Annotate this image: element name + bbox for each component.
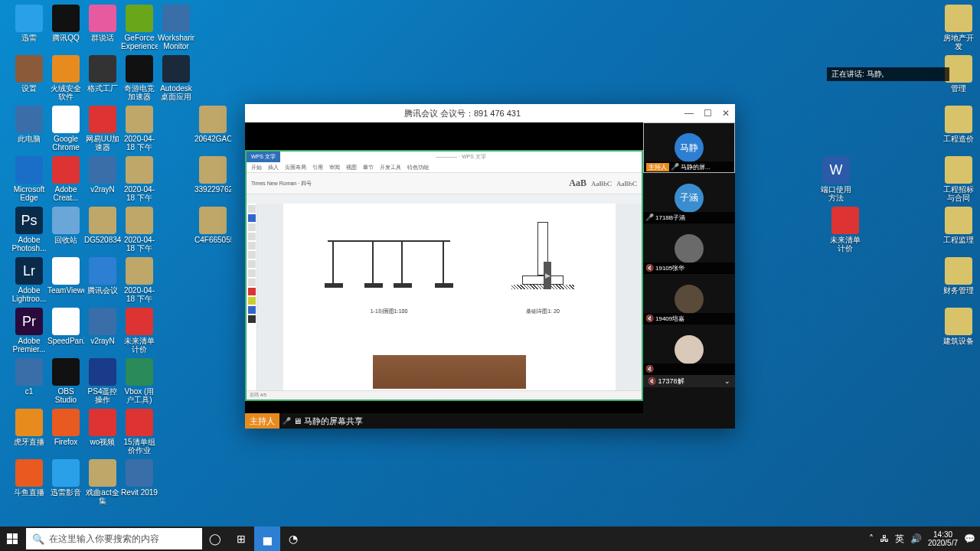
- desktop-icon[interactable]: 工程监理: [940, 207, 977, 244]
- desktop-icon[interactable]: Firefox: [47, 409, 84, 446]
- desktop-icon[interactable]: 2020-04-18 下午6_46...: [121, 156, 158, 202]
- desktop-icon[interactable]: Adobe Creat...: [47, 156, 84, 202]
- desktop-icon[interactable]: OBS Studio: [47, 358, 84, 404]
- desktop-icon[interactable]: 15清单组价作业: [121, 409, 158, 455]
- system-tray[interactable]: ˄ 🖧 英 🔊 14:30 2020/5/7 💬: [864, 530, 980, 547]
- tray-network-icon[interactable]: 🖧: [880, 533, 889, 544]
- desktop-icon[interactable]: c1: [11, 358, 47, 396]
- participant-item[interactable]: 子涵🎤1718B子涵: [643, 173, 735, 223]
- wps-doc-title: ———— · WPS 文字: [280, 153, 642, 161]
- desktop-icon[interactable]: PS4遥控操作: [84, 358, 121, 404]
- desktop-icon[interactable]: Worksharing Monitor fo...: [158, 5, 194, 51]
- desktop-icon[interactable]: Autodesk 桌面应用程序: [158, 55, 194, 101]
- app-icon: [52, 156, 80, 184]
- taskbar-clock[interactable]: 14:30 2020/5/7: [928, 530, 958, 547]
- desktop-icon[interactable]: 回收站: [47, 207, 84, 244]
- participant-item[interactable]: 🔇: [643, 324, 735, 375]
- desktop-icon[interactable]: Microsoft Edge: [11, 156, 47, 202]
- desktop-icon-label: 斗鱼直播: [11, 488, 47, 497]
- desktop-icon[interactable]: 20642GAC...: [194, 106, 231, 143]
- desktop-icon[interactable]: 格式工厂: [84, 55, 121, 93]
- app-icon: [15, 5, 43, 32]
- desktop-icon[interactable]: Google Chrome: [47, 106, 84, 152]
- desktop-icon[interactable]: wo视频: [84, 409, 121, 446]
- desktop-icon[interactable]: Revit 2019: [121, 459, 158, 497]
- desktop-icon[interactable]: 2020-04-18 下午6_45...: [121, 106, 158, 152]
- desktop-icon-label: 管理: [940, 84, 977, 93]
- taskbar: 🔍 在这里输入你要搜索的内容 ◯ ⊞ ▅ ◔ ˄ 🖧 英 🔊 14:30 202…: [0, 527, 980, 551]
- tray-volume-icon[interactable]: 🔊: [910, 533, 922, 544]
- desktop-icon[interactable]: DG520834...: [84, 207, 121, 244]
- participant-name-bar: 主持人🎤马静的屏...: [644, 161, 734, 172]
- desktop-icon[interactable]: 火绒安全软件: [47, 55, 84, 101]
- tray-notifications-icon[interactable]: 💬: [964, 533, 975, 544]
- desktop-icon-label: 未来清单计价: [121, 337, 158, 354]
- tray-chevron-icon[interactable]: ˄: [869, 533, 874, 544]
- desktop-icon[interactable]: 未来清单计价V6.2.8.202...: [827, 207, 864, 253]
- taskbar-search[interactable]: 🔍 在这里输入你要搜索的内容: [26, 528, 202, 549]
- desktop-icon[interactable]: TeamViewer: [47, 257, 84, 295]
- desktop-icon[interactable]: 戏曲act全集: [84, 459, 121, 505]
- desktop-icon[interactable]: v2rayN: [84, 156, 121, 194]
- maximize-button[interactable]: ☐: [698, 104, 717, 122]
- app-icon: [162, 5, 190, 32]
- desktop-icon[interactable]: PrAdobe Premier...: [11, 308, 47, 354]
- taskbar-app-meeting[interactable]: ▅: [254, 527, 280, 551]
- task-view-button[interactable]: ⊞: [228, 527, 254, 551]
- app-icon: [15, 459, 43, 487]
- desktop-icon[interactable]: 财务管理: [940, 257, 977, 295]
- minimize-button[interactable]: —: [680, 104, 698, 122]
- taskbar-app-obs[interactable]: ◔: [280, 527, 306, 551]
- desktop-icon-label: 迅雷: [11, 34, 47, 42]
- desktop-icon-label: 腾讯会议: [84, 286, 121, 295]
- meeting-titlebar[interactable]: 腾讯会议 会议号：891 476 431 — ☐ ✕: [245, 104, 735, 122]
- close-button[interactable]: ✕: [717, 104, 735, 122]
- desktop-icon[interactable]: W端口使用方法: [818, 156, 854, 202]
- desktop-icon[interactable]: 2020-04-18 下午6_46...: [121, 207, 158, 253]
- desktop-icon[interactable]: 腾讯QQ: [47, 5, 84, 42]
- cortana-button[interactable]: ◯: [202, 527, 228, 551]
- desktop-icon-label: TeamViewer: [47, 286, 84, 295]
- desktop-icon-label: 15清单组价作业: [121, 438, 158, 455]
- foundation-detail: [501, 222, 585, 303]
- desktop-icon[interactable]: 迅雷: [11, 5, 47, 42]
- desktop-icon[interactable]: 奇游电竞加速器: [121, 55, 158, 101]
- app-icon: [89, 358, 116, 386]
- desktop-icon[interactable]: 设置: [11, 55, 47, 93]
- desktop-icon[interactable]: 工程造价: [940, 106, 977, 143]
- desktop-icon[interactable]: 3392297625...: [194, 156, 231, 194]
- start-button[interactable]: [0, 527, 24, 551]
- desktop-icon[interactable]: Vbox (用户工具): [121, 358, 158, 404]
- desktop-icon[interactable]: 房地产开发: [940, 5, 977, 51]
- desktop-icon[interactable]: 迅雷影音: [47, 459, 84, 497]
- participant-label: 马静的屏...: [681, 163, 710, 171]
- desktop-icon[interactable]: GeForce Experience: [121, 5, 158, 51]
- participant-item[interactable]: 马静主持人🎤马静的屏...: [643, 122, 735, 173]
- participants-more[interactable]: 🔇 17378解⌄: [643, 375, 735, 387]
- desktop-icon[interactable]: 2020-04-18 下午6_47...: [121, 257, 158, 303]
- participant-name-bar: 🔇19409培嘉: [643, 313, 735, 324]
- desktop-icon[interactable]: 未来清单计价: [121, 308, 158, 354]
- tray-ime-icon[interactable]: 英: [895, 533, 904, 546]
- desktop-icon[interactable]: 群说话: [84, 5, 121, 42]
- desktop-icon[interactable]: 建筑设备: [940, 308, 977, 345]
- desktop-icon[interactable]: SpeedPanX: [47, 308, 84, 345]
- participants-toggle[interactable]: ▶: [544, 262, 551, 289]
- desktop-icon[interactable]: v2rayN: [84, 308, 121, 345]
- desktop-icon[interactable]: 腾讯会议: [84, 257, 121, 295]
- participant-item[interactable]: 🔇19105张华: [643, 223, 735, 274]
- wps-menu-item: 审阅: [329, 164, 340, 171]
- desktop-icon[interactable]: LrAdobe Lightroo...: [11, 257, 47, 303]
- desktop-icon-label: Adobe Photosh...: [11, 236, 47, 253]
- desktop-icon[interactable]: 斗鱼直播: [11, 459, 47, 497]
- participant-name-bar: 🔇19105张华: [643, 262, 735, 273]
- desktop-icon[interactable]: 虎牙直播: [11, 409, 47, 446]
- desktop-icon-label: 财务管理: [940, 286, 977, 295]
- participant-item[interactable]: 🔇19409培嘉: [643, 274, 735, 324]
- desktop-icon[interactable]: PsAdobe Photosh...: [11, 207, 47, 253]
- desktop-icon-label: Adobe Premier...: [11, 337, 47, 354]
- desktop-icon[interactable]: 此电脑: [11, 106, 47, 143]
- desktop-icon[interactable]: 工程招标与合同: [940, 156, 977, 202]
- desktop-icon[interactable]: 网易UU加速器: [84, 106, 121, 152]
- desktop-icon[interactable]: C4F665055...: [194, 207, 231, 244]
